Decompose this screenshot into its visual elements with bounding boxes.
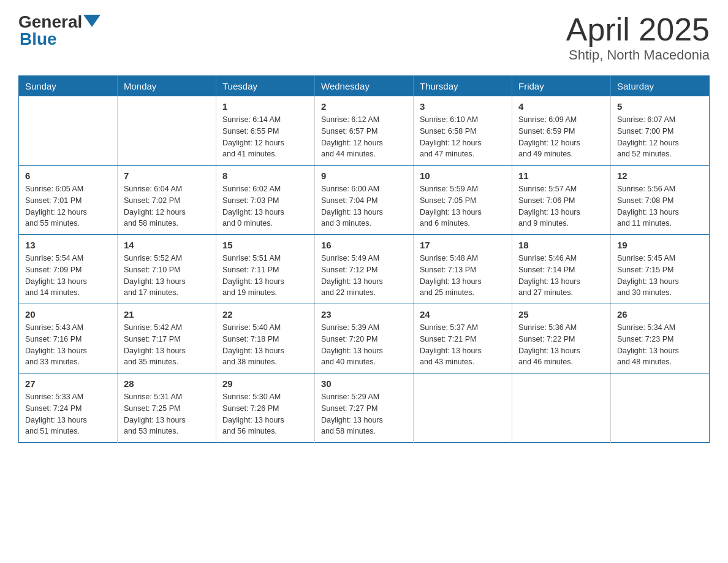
day-info: Sunrise: 6:05 AMSunset: 7:01 PMDaylight:… <box>25 183 111 229</box>
day-info: Sunrise: 5:54 AMSunset: 7:09 PMDaylight:… <box>25 253 111 299</box>
calendar-cell: 17Sunrise: 5:48 AMSunset: 7:13 PMDayligh… <box>414 235 512 304</box>
title-area: April 2025 Shtip, North Macedonia <box>566 12 710 63</box>
calendar-cell: 6Sunrise: 6:05 AMSunset: 7:01 PMDaylight… <box>19 166 118 235</box>
calendar-cell: 27Sunrise: 5:33 AMSunset: 7:24 PMDayligh… <box>19 373 118 443</box>
calendar-cell <box>414 373 512 443</box>
calendar-cell: 14Sunrise: 5:52 AMSunset: 7:10 PMDayligh… <box>118 235 216 304</box>
calendar-cell: 2Sunrise: 6:12 AMSunset: 6:57 PMDaylight… <box>315 96 414 166</box>
day-info: Sunrise: 5:34 AMSunset: 7:23 PMDaylight:… <box>617 322 703 368</box>
day-info: Sunrise: 5:49 AMSunset: 7:12 PMDaylight:… <box>321 253 407 299</box>
day-number: 28 <box>124 378 210 389</box>
weekday-header-thursday: Thursday <box>414 76 512 97</box>
calendar-cell <box>611 373 710 443</box>
day-info: Sunrise: 5:31 AMSunset: 7:25 PMDaylight:… <box>124 391 210 437</box>
calendar-header-row: SundayMondayTuesdayWednesdayThursdayFrid… <box>19 76 710 97</box>
day-number: 17 <box>420 240 506 250</box>
day-info: Sunrise: 6:09 AMSunset: 6:59 PMDaylight:… <box>518 114 604 160</box>
day-info: Sunrise: 5:48 AMSunset: 7:13 PMDaylight:… <box>420 253 506 299</box>
calendar-cell <box>118 96 216 166</box>
logo: General Blue <box>18 12 100 49</box>
day-number: 14 <box>124 240 210 250</box>
day-number: 22 <box>222 309 308 320</box>
calendar-table: SundayMondayTuesdayWednesdayThursdayFrid… <box>18 75 710 443</box>
weekday-header-monday: Monday <box>118 76 216 97</box>
day-info: Sunrise: 5:33 AMSunset: 7:24 PMDaylight:… <box>25 391 111 437</box>
day-number: 15 <box>222 240 308 250</box>
day-number: 3 <box>420 101 506 112</box>
calendar-cell: 10Sunrise: 5:59 AMSunset: 7:05 PMDayligh… <box>414 166 512 235</box>
day-info: Sunrise: 6:00 AMSunset: 7:04 PMDaylight:… <box>321 183 407 229</box>
calendar-cell: 21Sunrise: 5:42 AMSunset: 7:17 PMDayligh… <box>118 304 216 373</box>
calendar-cell: 5Sunrise: 6:07 AMSunset: 7:00 PMDaylight… <box>611 96 710 166</box>
day-number: 2 <box>321 101 407 112</box>
calendar-cell: 20Sunrise: 5:43 AMSunset: 7:16 PMDayligh… <box>19 304 118 373</box>
day-number: 18 <box>518 240 604 250</box>
day-number: 9 <box>321 170 407 181</box>
calendar-cell: 11Sunrise: 5:57 AMSunset: 7:06 PMDayligh… <box>512 166 611 235</box>
calendar-cell <box>512 373 611 443</box>
calendar-cell: 16Sunrise: 5:49 AMSunset: 7:12 PMDayligh… <box>315 235 414 304</box>
day-number: 27 <box>25 378 111 389</box>
day-number: 24 <box>420 309 506 320</box>
calendar-week-5: 27Sunrise: 5:33 AMSunset: 7:24 PMDayligh… <box>19 373 710 443</box>
calendar-cell: 30Sunrise: 5:29 AMSunset: 7:27 PMDayligh… <box>315 373 414 443</box>
day-info: Sunrise: 6:04 AMSunset: 7:02 PMDaylight:… <box>124 183 210 229</box>
day-number: 16 <box>321 240 407 250</box>
weekday-header-tuesday: Tuesday <box>216 76 315 97</box>
day-number: 12 <box>617 170 703 181</box>
weekday-header-sunday: Sunday <box>19 76 118 97</box>
day-info: Sunrise: 5:29 AMSunset: 7:27 PMDaylight:… <box>321 391 407 437</box>
day-number: 29 <box>222 378 308 389</box>
day-info: Sunrise: 5:36 AMSunset: 7:22 PMDaylight:… <box>518 322 604 368</box>
day-number: 23 <box>321 309 407 320</box>
calendar-cell: 24Sunrise: 5:37 AMSunset: 7:21 PMDayligh… <box>414 304 512 373</box>
page-header: General Blue April 2025 Shtip, North Mac… <box>18 12 710 63</box>
day-info: Sunrise: 6:12 AMSunset: 6:57 PMDaylight:… <box>321 114 407 160</box>
day-number: 26 <box>617 309 703 320</box>
calendar-cell: 8Sunrise: 6:02 AMSunset: 7:03 PMDaylight… <box>216 166 315 235</box>
calendar-cell <box>19 96 118 166</box>
calendar-cell: 19Sunrise: 5:45 AMSunset: 7:15 PMDayligh… <box>611 235 710 304</box>
day-info: Sunrise: 5:45 AMSunset: 7:15 PMDaylight:… <box>617 253 703 299</box>
day-info: Sunrise: 5:43 AMSunset: 7:16 PMDaylight:… <box>25 322 111 368</box>
calendar-cell: 13Sunrise: 5:54 AMSunset: 7:09 PMDayligh… <box>19 235 118 304</box>
day-number: 8 <box>222 170 308 181</box>
calendar-cell: 3Sunrise: 6:10 AMSunset: 6:58 PMDaylight… <box>414 96 512 166</box>
day-info: Sunrise: 5:56 AMSunset: 7:08 PMDaylight:… <box>617 183 703 229</box>
day-info: Sunrise: 5:30 AMSunset: 7:26 PMDaylight:… <box>222 391 308 437</box>
calendar-cell: 7Sunrise: 6:04 AMSunset: 7:02 PMDaylight… <box>118 166 216 235</box>
calendar-week-4: 20Sunrise: 5:43 AMSunset: 7:16 PMDayligh… <box>19 304 710 373</box>
day-info: Sunrise: 6:14 AMSunset: 6:55 PMDaylight:… <box>222 114 308 160</box>
calendar-week-1: 1Sunrise: 6:14 AMSunset: 6:55 PMDaylight… <box>19 96 710 166</box>
logo-triangle-icon <box>83 15 100 27</box>
day-info: Sunrise: 5:59 AMSunset: 7:05 PMDaylight:… <box>420 183 506 229</box>
day-info: Sunrise: 5:51 AMSunset: 7:11 PMDaylight:… <box>222 253 308 299</box>
calendar-cell: 18Sunrise: 5:46 AMSunset: 7:14 PMDayligh… <box>512 235 611 304</box>
calendar-cell: 12Sunrise: 5:56 AMSunset: 7:08 PMDayligh… <box>611 166 710 235</box>
day-number: 30 <box>321 378 407 389</box>
weekday-header-wednesday: Wednesday <box>315 76 414 97</box>
day-number: 5 <box>617 101 703 112</box>
weekday-header-friday: Friday <box>512 76 611 97</box>
calendar-week-3: 13Sunrise: 5:54 AMSunset: 7:09 PMDayligh… <box>19 235 710 304</box>
weekday-header-saturday: Saturday <box>611 76 710 97</box>
day-number: 13 <box>25 240 111 250</box>
calendar-week-2: 6Sunrise: 6:05 AMSunset: 7:01 PMDaylight… <box>19 166 710 235</box>
calendar-title: April 2025 <box>566 12 710 47</box>
calendar-cell: 28Sunrise: 5:31 AMSunset: 7:25 PMDayligh… <box>118 373 216 443</box>
calendar-cell: 9Sunrise: 6:00 AMSunset: 7:04 PMDaylight… <box>315 166 414 235</box>
day-number: 10 <box>420 170 506 181</box>
day-info: Sunrise: 5:57 AMSunset: 7:06 PMDaylight:… <box>518 183 604 229</box>
day-number: 20 <box>25 309 111 320</box>
day-number: 7 <box>124 170 210 181</box>
calendar-cell: 22Sunrise: 5:40 AMSunset: 7:18 PMDayligh… <box>216 304 315 373</box>
day-info: Sunrise: 6:07 AMSunset: 7:00 PMDaylight:… <box>617 114 703 160</box>
calendar-cell: 15Sunrise: 5:51 AMSunset: 7:11 PMDayligh… <box>216 235 315 304</box>
day-number: 4 <box>518 101 604 112</box>
day-number: 1 <box>222 101 308 112</box>
calendar-cell: 25Sunrise: 5:36 AMSunset: 7:22 PMDayligh… <box>512 304 611 373</box>
day-info: Sunrise: 5:39 AMSunset: 7:20 PMDaylight:… <box>321 322 407 368</box>
day-info: Sunrise: 6:02 AMSunset: 7:03 PMDaylight:… <box>222 183 308 229</box>
day-number: 19 <box>617 240 703 250</box>
day-number: 21 <box>124 309 210 320</box>
